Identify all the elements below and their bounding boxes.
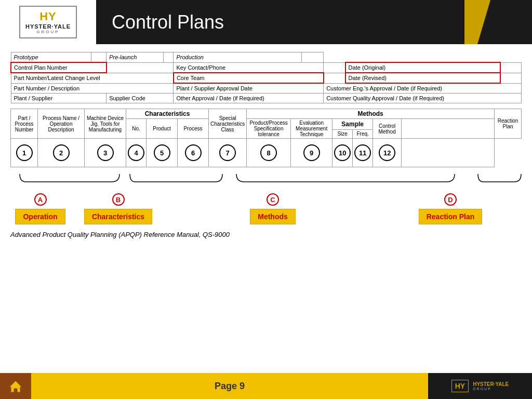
date-revised-label: Date (Revised) [345,73,501,83]
reference-text: Advanced Product Quality Planning (APQP)… [10,231,522,238]
col-process: Process [178,119,209,139]
letter-d: D [444,193,457,206]
num-3: 3 [85,139,126,167]
letter-d-container: D [379,193,522,206]
prototype-value [91,52,106,63]
page-header: HY HYSTER·YALE GROUP Control Plans [0,0,532,44]
num-12: 12 [373,139,402,167]
core-team-label: Core Team [174,73,324,83]
char-header: Characteristics [126,109,209,119]
bottom-bar: Page 9 HY HYSTER·YALE GROUP [0,373,532,399]
logo-area: HY HYSTER·YALE GROUP [0,0,96,44]
num-5: 5 [147,139,178,167]
supplier-code-label: Supplier Code [107,94,174,103]
col-machine: Machine Device Jig. Tools for Manufactur… [85,109,126,139]
num-10: 10 [332,139,353,167]
other-approval-label: Other Approval / Date (if Required) [174,94,324,103]
prelaunch-label: Pre-launch [107,52,164,63]
part-number-change-label: Part Number/Latest Change Level [11,73,174,83]
main-content: Prototype Pre-launch Production Control … [0,44,532,249]
home-button[interactable] [0,373,31,399]
brace-section [10,171,522,192]
svg-marker-0 [9,381,22,392]
col-control: Control Method [373,119,402,139]
col-evaluation: Evaluation Measurement Technique [291,119,332,139]
logo-hy: HY [39,10,57,23]
letter-c: C [267,193,279,206]
operation-label: Operation [15,209,65,224]
prototype-label: Prototype [11,52,91,63]
characteristics-methods-table: Part / Process Number Process Name / Ope… [10,109,522,167]
logo-group: GROUP [36,30,59,34]
footer-logo-box: HY [451,380,469,392]
col-process-name: Process Name / Operation Description [38,109,85,139]
home-icon [8,379,23,393]
control-plan-number-label: Control Plan Number [11,62,107,73]
customer-quality-label: Customer Quality Approval / Date (if Req… [324,94,522,103]
logo-name: HYSTER·YALE [25,23,71,30]
reference-book: Advanced Product Quality Planning (APQP)… [10,231,199,238]
braces-svg [10,171,522,192]
footer-logo-hy: HY [455,382,465,390]
characteristics-label: Characteristics [84,209,152,224]
letter-b: B [112,193,125,206]
num-11: 11 [353,139,373,167]
reaction-plan-label: Reaction Plan [419,209,483,224]
footer-logo: HY HYSTER·YALE GROUP [428,373,532,399]
col-product: Product [147,119,178,139]
col-reaction: Reaction Plan [495,109,522,139]
production-value [301,52,324,63]
col-no: No. [126,119,147,139]
control-plan-form: Prototype Pre-launch Production Control … [10,52,522,103]
page-title: Control Plans [112,11,224,33]
col-sample: Sample [332,119,373,130]
col-size: Size [332,129,353,138]
date-original-label: Date (Original) [345,62,501,73]
num-4: 4 [126,139,147,167]
customer-eng-label: Customer Eng.'s Approval / Date (if Requ… [324,83,522,94]
letter-a-container: A [10,193,70,206]
col-freq: Freq. [353,129,373,138]
letter-a: A [34,193,47,206]
num-8: 8 [247,139,291,167]
methods-label: Methods [250,209,296,224]
methods-header: Methods [247,109,495,119]
yellow-labels-row: Operation Characteristics Methods Reacti… [10,209,522,224]
prelaunch-value [164,52,174,63]
col-special: Special Characteristics Class [209,109,247,139]
footer-logo-name: HYSTER·YALE [473,381,509,387]
part-description-label: Part Number / Description [11,83,174,94]
key-contact-label: Key Contact/Phone [174,62,324,73]
page-number: Page 9 [31,381,428,392]
production-label: Production [174,52,301,63]
num-9: 9 [291,139,332,167]
footer-logo-group: GROUP [473,387,509,391]
col-part: Part / Process Number [11,109,38,139]
num-1: 1 [11,139,38,167]
letter-b-container: B [70,193,166,206]
reference-standard: , QS-9000 [199,231,230,238]
col-product-process: Product/Process Specification tolerance [247,119,291,139]
letter-c-container: C [166,193,379,206]
num-7: 7 [209,139,247,167]
plant-supplier-label: Plant / Supplier [11,94,107,103]
letter-row: A B C D [10,193,522,206]
num-13 [402,139,495,167]
num-6: 6 [178,139,209,167]
logo-box: HY HYSTER·YALE GROUP [19,6,77,38]
num-2: 2 [38,139,85,167]
title-area: Control Plans [96,0,532,44]
plant-supplier-approval-label: Plant / Supplier Approval Date [174,83,324,94]
